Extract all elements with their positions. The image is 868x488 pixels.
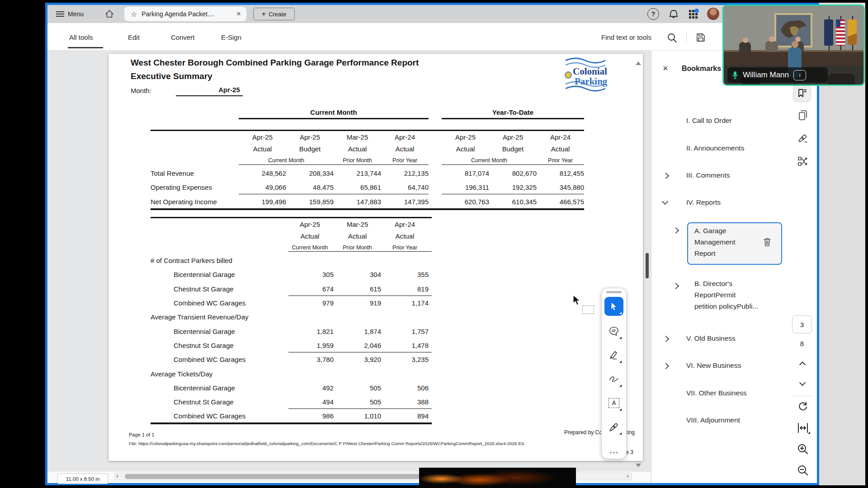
table-row: Apr-25 Mar-25 Apr-24 bbox=[151, 218, 443, 230]
row-label: Chestnut St Garage bbox=[151, 342, 286, 349]
bookmark-reports[interactable]: IV. Reports bbox=[686, 198, 721, 206]
zoom-in-button[interactable] bbox=[794, 441, 812, 457]
bookmark-call-to-order[interactable]: I. Call to Order bbox=[686, 117, 732, 125]
comment-tool-button[interactable] bbox=[604, 322, 623, 341]
rotate-page-button[interactable] bbox=[794, 399, 812, 415]
document-tab[interactable]: ☆ Parking Agenda Packet.... × bbox=[124, 7, 246, 21]
section-label: Average Tickets/Day bbox=[151, 370, 286, 378]
home-button[interactable] bbox=[104, 9, 115, 21]
page-number-input[interactable]: 3 bbox=[792, 315, 812, 333]
section-label: Average Transient Revenue/Day bbox=[151, 313, 286, 321]
save-button[interactable] bbox=[695, 32, 706, 45]
avatar[interactable] bbox=[707, 8, 719, 20]
notification-dot bbox=[694, 9, 699, 13]
delete-bookmark-button[interactable] bbox=[762, 237, 772, 249]
section-label-row: # of Contract Parkers billed bbox=[151, 253, 443, 267]
raise-hand-button[interactable]: ↑ bbox=[793, 70, 806, 80]
bookmark-other-business[interactable]: VII. Other Business bbox=[686, 389, 747, 397]
draw-squiggle-icon bbox=[608, 373, 620, 385]
cell: 674 bbox=[286, 285, 334, 293]
tab-all-tools[interactable]: All tools bbox=[69, 33, 93, 41]
cell: Actual bbox=[239, 145, 286, 153]
hscroll-right-arrow[interactable]: › bbox=[627, 472, 629, 479]
page-size-label: 11.00 x 8.50 in bbox=[66, 476, 100, 482]
bookmark-announcements[interactable]: II. Announcements bbox=[686, 144, 744, 152]
select-tool-button[interactable] bbox=[604, 297, 623, 316]
star-icon[interactable]: ☆ bbox=[131, 10, 137, 19]
cell: 208,334 bbox=[286, 169, 334, 177]
sign-tool-button[interactable] bbox=[604, 418, 623, 436]
bookmark-adjournment[interactable]: VIII. Adjournment bbox=[686, 416, 740, 424]
cell: 159,859 bbox=[286, 198, 334, 206]
group-header-current-month: Current Month bbox=[239, 108, 429, 116]
bookmark-directors-line2[interactable]: ReportPermit bbox=[694, 291, 736, 299]
sign-pen-icon bbox=[797, 133, 809, 145]
workflow-panel-button[interactable] bbox=[794, 154, 812, 169]
toolbar-drag-handle[interactable] bbox=[606, 291, 622, 293]
doc-scroll-up[interactable] bbox=[636, 61, 641, 65]
help-icon: ? bbox=[651, 10, 656, 18]
more-tools-button[interactable]: ⋯ bbox=[604, 443, 623, 462]
text-select-icon: A bbox=[609, 398, 619, 408]
cell: 494 bbox=[286, 398, 334, 406]
apps-grid-button[interactable] bbox=[688, 8, 699, 20]
cell: Actual bbox=[334, 232, 381, 240]
highlight-tool-button[interactable] bbox=[604, 346, 623, 365]
cell: Mar-25 bbox=[334, 221, 381, 228]
tab-convert[interactable]: Convert bbox=[171, 33, 195, 41]
tab-title: Parking Agenda Packet.... bbox=[142, 10, 214, 18]
bookmark-old-business[interactable]: V. Old Business bbox=[686, 334, 736, 343]
bookmarks-close-button[interactable]: × bbox=[663, 63, 668, 74]
text-box-tool-button[interactable]: A bbox=[604, 394, 623, 413]
find-text-button[interactable]: Find text or tools bbox=[601, 33, 651, 41]
bookmarks-tab-active[interactable] bbox=[793, 84, 811, 102]
table-row: Actual Actual Actual bbox=[151, 230, 443, 242]
current-page-value: 3 bbox=[800, 321, 804, 328]
month-underline bbox=[176, 95, 243, 96]
notifications-button[interactable] bbox=[668, 8, 679, 22]
tab-edit[interactable]: Edit bbox=[128, 33, 140, 41]
menu-button[interactable]: Menu bbox=[56, 8, 92, 20]
group-underline bbox=[442, 118, 584, 119]
cell: Apr-24 bbox=[381, 221, 429, 228]
row-label: Net Operating Income bbox=[151, 198, 239, 206]
cell: 213,744 bbox=[334, 169, 381, 177]
page-footer-page: Page 1 of 1 bbox=[129, 432, 154, 437]
zoom-out-button[interactable] bbox=[794, 463, 812, 478]
menu-label: Menu bbox=[68, 10, 84, 18]
bookmark-new-business[interactable]: VI. New Business bbox=[686, 361, 741, 370]
pages-panel-button[interactable] bbox=[794, 108, 812, 123]
cell: 610,345 bbox=[489, 198, 537, 206]
bookmark-garage-line1: A. Garage bbox=[694, 227, 726, 235]
tab-esign[interactable]: E-Sign bbox=[221, 33, 241, 41]
speaker-name-bar: William Mann ↑ bbox=[727, 67, 828, 83]
cell: 466,575 bbox=[537, 198, 584, 206]
bookmark-garage-line2: Management bbox=[694, 238, 735, 246]
tab-close-icon[interactable]: × bbox=[236, 9, 241, 19]
search-button[interactable] bbox=[666, 32, 678, 46]
doc-scroll-down[interactable] bbox=[636, 464, 641, 467]
seated-person bbox=[739, 42, 751, 52]
rotate-icon bbox=[797, 401, 809, 413]
table-row: Bicentennial Garage 1,821 1,874 1,757 bbox=[151, 324, 443, 338]
table-row: Bicentennial Garage 305 304 355 bbox=[151, 267, 443, 282]
bookmark-directors-line3[interactable]: petition policyPubli... bbox=[694, 302, 758, 310]
cell: 819 bbox=[381, 285, 429, 293]
create-button[interactable]: + Create bbox=[253, 8, 295, 20]
bookmark-comments[interactable]: III. Comments bbox=[686, 171, 730, 179]
cell: Apr-25 bbox=[286, 221, 334, 228]
help-button[interactable]: ? bbox=[647, 8, 659, 20]
scrollbar-thumb[interactable] bbox=[646, 253, 649, 278]
section-label-row: Average Tickets/Day bbox=[151, 366, 443, 380]
draw-tool-button[interactable] bbox=[604, 370, 623, 389]
hscroll-left-arrow[interactable]: ‹ bbox=[116, 472, 118, 479]
cell: 199,496 bbox=[239, 198, 286, 206]
cell: 305 bbox=[286, 271, 334, 278]
fit-width-button[interactable] bbox=[794, 420, 812, 436]
cell: Apr-24 bbox=[381, 133, 429, 141]
hamburger-icon bbox=[56, 10, 64, 18]
sign-panel-button[interactable] bbox=[794, 131, 812, 146]
cell: 345,880 bbox=[537, 183, 584, 191]
bookmark-directors-line1[interactable]: B. Director's bbox=[694, 280, 732, 288]
cell: Actual bbox=[442, 145, 489, 153]
